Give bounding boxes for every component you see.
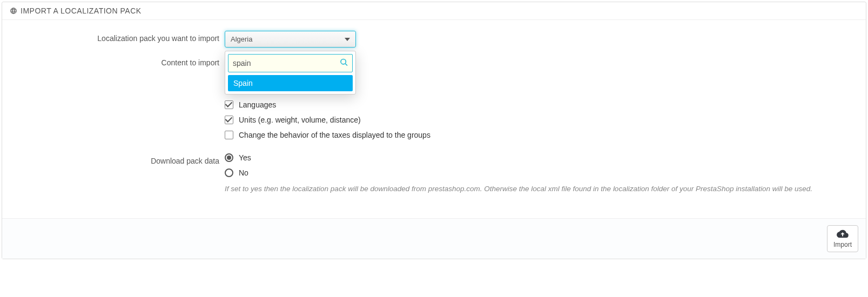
import-button-label: Import [833, 241, 852, 248]
import-localization-panel: IMPORT A LOCALIZATION PACK Localization … [2, 2, 866, 259]
checkbox-row-languages: Languages [225, 100, 858, 109]
radio-label-no[interactable]: No [239, 168, 248, 177]
panel-title: IMPORT A LOCALIZATION PACK [21, 6, 142, 15]
checkbox-label-languages[interactable]: Languages [239, 100, 276, 109]
row-download-pack: Download pack data Yes No If set to yes … [10, 153, 858, 194]
panel-heading: IMPORT A LOCALIZATION PACK [2, 2, 866, 20]
checkbox-label-change-behavior[interactable]: Change the behavior of the taxes display… [239, 131, 430, 139]
label-content-to-import: Content to import [10, 55, 225, 67]
checkbox-change-behavior[interactable] [225, 131, 233, 139]
panel-footer: Import [2, 218, 866, 259]
globe-icon [10, 7, 17, 15]
row-content-to-import: Content to import Currencies Languages U… [10, 55, 858, 146]
radio-yes[interactable] [225, 153, 233, 162]
import-button[interactable]: Import [827, 225, 858, 252]
download-help-text: If set to yes then the localization pack… [225, 184, 858, 194]
radio-label-yes[interactable]: Yes [239, 153, 251, 162]
pack-select-value: Algeria [231, 35, 252, 43]
panel-body: Localization pack you want to import Alg… [2, 20, 866, 218]
download-radios: Yes No If set to yes then the localizati… [225, 153, 858, 194]
pack-select-wrap: Algeria Spain [225, 31, 858, 48]
checkbox-units[interactable] [225, 116, 233, 124]
row-pack-to-import: Localization pack you want to import Alg… [10, 31, 858, 48]
radio-row-yes: Yes [225, 153, 858, 162]
pack-dropdown: Spain [225, 51, 356, 94]
radio-row-no: No [225, 168, 858, 177]
checkbox-row-units: Units (e.g. weight, volume, distance) [225, 116, 858, 124]
dropdown-search-wrap [228, 54, 353, 72]
dropdown-search-input[interactable] [228, 54, 353, 72]
chevron-down-icon [345, 38, 350, 41]
dropdown-option-spain[interactable]: Spain [228, 75, 353, 91]
cloud-upload-icon [836, 228, 850, 240]
pack-select[interactable]: Algeria [225, 31, 356, 48]
radio-no[interactable] [225, 168, 233, 177]
checkbox-languages[interactable] [225, 100, 233, 109]
label-download-pack: Download pack data [10, 153, 225, 165]
checkbox-row-change-behavior: Change the behavior of the taxes display… [225, 131, 858, 139]
label-pack-to-import: Localization pack you want to import [10, 31, 225, 43]
checkbox-label-units[interactable]: Units (e.g. weight, volume, distance) [239, 116, 361, 124]
